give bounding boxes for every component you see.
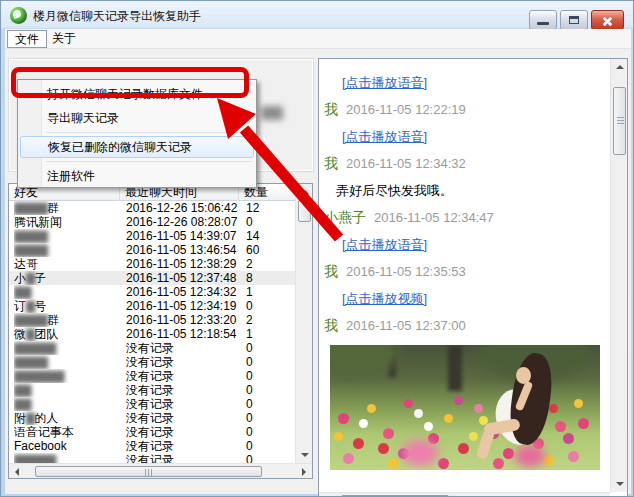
chat-row-media-link: [点击播放语音] — [319, 125, 610, 148]
scroll-right-icon[interactable] — [302, 468, 306, 476]
table-row[interactable]: ▇▇没有记录0 — [9, 383, 295, 397]
friend-name: ▇▇▇▇▇ — [14, 453, 120, 463]
chat-vscrollbar[interactable] — [610, 59, 627, 492]
chat-row-media-link: [点击播放语音] — [319, 233, 610, 256]
redacted-name-segment: ▇▇▇▇ — [14, 355, 47, 369]
chat-row-media-link: [点击播放语音] — [319, 71, 610, 94]
friend-name: 达哥 — [14, 257, 120, 271]
menu-item-recover-deleted[interactable]: 恢复已删除的微信聊天记录 — [20, 136, 254, 158]
last-chat-time: 没有记录 — [126, 397, 241, 411]
chat-vscroll-thumb[interactable] — [613, 87, 626, 155]
close-button[interactable] — [591, 10, 624, 30]
play-voice-link[interactable]: [点击播放语音] — [342, 237, 427, 252]
message-count: 12 — [246, 201, 291, 215]
last-chat-time: 2016-11-05 12:38:29 — [126, 257, 241, 271]
message-count: 0 — [246, 369, 291, 383]
table-row[interactable]: 订▇号2016-11-05 12:34:190 — [9, 299, 295, 313]
message-count: 0 — [246, 411, 291, 425]
name-segment: 团队 — [34, 327, 58, 341]
message-count: 2 — [246, 257, 291, 271]
last-chat-time: 2016-11-05 12:37:48 — [126, 271, 241, 285]
friend-table[interactable]: 好友 最近聊天时间 数量 ▇▇▇▇群2016-12-26 15:06:4212腾… — [8, 183, 313, 479]
redacted-name-segment: ▇▇▇▇ — [14, 229, 47, 243]
table-row[interactable]: ▇▇▇▇▇没有记录0 — [9, 453, 295, 463]
menu-bar: 文件 关于 — [5, 29, 631, 49]
menu-file[interactable]: 文件 — [7, 30, 47, 48]
friend-table-vscrollbar[interactable] — [295, 184, 312, 463]
name-segment: Facebook — [14, 439, 67, 453]
table-row[interactable]: ▇▇▇▇没有记录0 — [9, 355, 295, 369]
minimize-button[interactable] — [529, 10, 557, 30]
message-count: 0 — [246, 397, 291, 411]
table-row[interactable]: ▇▇没有记录0 — [9, 397, 295, 411]
table-row[interactable]: 腾讯新闻2016-12-26 08:28:070 — [9, 215, 295, 229]
app-window: 楼月微信聊天记录导出恢复助手 文件 关于 好友 最近聊天时间 数量 ▇▇▇▇群2… — [0, 0, 634, 497]
last-chat-time: 2016-11-05 12:34:19 — [126, 299, 241, 313]
name-segment: 订 — [14, 299, 26, 313]
table-row[interactable]: 语音记事本没有记录0 — [9, 425, 295, 439]
redacted-name-segment: ▇ — [26, 411, 34, 425]
title-bar[interactable]: 楼月微信聊天记录导出恢复助手 — [1, 1, 633, 29]
chat-photo-girl-in-flower-field[interactable] — [330, 345, 600, 470]
friend-name: 腾讯新闻 — [14, 215, 120, 229]
play-voice-link[interactable]: [点击播放语音] — [342, 75, 427, 90]
chat-hscrollbar[interactable] — [319, 492, 610, 497]
last-chat-time: 没有记录 — [126, 439, 241, 453]
table-row[interactable]: 小▇子2016-11-05 12:37:488 — [9, 271, 295, 285]
last-chat-time: 2016-11-05 12:34:32 — [126, 285, 241, 299]
window-title: 楼月微信聊天记录导出恢复助手 — [33, 8, 201, 25]
friend-table-vscroll-thumb[interactable] — [298, 200, 311, 222]
girl-figure — [480, 345, 590, 470]
red-highlight-box — [11, 67, 249, 98]
menu-separator — [46, 161, 252, 162]
last-chat-time: 没有记录 — [126, 453, 241, 463]
scroll-up-icon[interactable] — [616, 65, 624, 69]
play-video-link[interactable]: [点击播放视频] — [342, 291, 427, 306]
redacted-name-segment: ▇▇▇▇▇ — [14, 341, 55, 355]
name-segment: 群 — [47, 313, 59, 327]
table-row[interactable]: ▇▇▇▇2016-11-05 13:46:5460 — [9, 243, 295, 257]
table-row[interactable]: 附▇的人没有记录0 — [9, 411, 295, 425]
menu-item-export-chat[interactable]: 导出聊天记录 — [20, 107, 254, 129]
menu-about[interactable]: 关于 — [45, 30, 83, 48]
friend-name: ▇▇▇▇▇▇ — [14, 369, 120, 383]
scroll-left-icon[interactable] — [15, 468, 19, 476]
table-row[interactable]: ▇▇▇▇2016-11-05 14:39:0714 — [9, 229, 295, 243]
redacted-name-segment: ▇ — [26, 299, 34, 313]
friend-name: ▇▇▇▇ — [14, 229, 120, 243]
message-count: 0 — [246, 383, 291, 397]
friend-name: ▇▇▇▇群 — [14, 313, 120, 327]
last-chat-time: 2016-12-26 15:06:42 — [126, 201, 241, 215]
friend-name: ▇▇▇▇ — [14, 243, 120, 257]
table-row[interactable]: ▇▇▇▇群2016-11-05 12:33:202 — [9, 313, 295, 327]
message-count: 0 — [246, 355, 291, 369]
friend-table-hscrollbar[interactable] — [9, 463, 312, 478]
table-row[interactable]: 达哥2016-11-05 12:38:292 — [9, 257, 295, 271]
friend-table-hscroll-thumb[interactable] — [35, 466, 262, 477]
scroll-down-icon[interactable] — [301, 453, 309, 457]
table-row[interactable]: ▇▇▇▇群2016-12-26 15:06:4212 — [9, 201, 295, 215]
table-row[interactable]: Facebook没有记录0 — [9, 439, 295, 453]
maximize-button[interactable] — [560, 10, 588, 30]
name-segment: 小 — [14, 271, 26, 285]
chat-panel[interactable]: [点击播放语音]我2016-11-05 12:22:19[点击播放语音]我201… — [318, 58, 628, 497]
name-segment: 的人 — [34, 411, 58, 425]
scroll-down-icon[interactable] — [616, 482, 624, 486]
table-row[interactable]: ▇▇▇▇▇▇没有记录0 — [9, 369, 295, 383]
last-chat-time: 没有记录 — [126, 355, 241, 369]
name-segment: 语音记事本 — [14, 425, 74, 439]
table-row[interactable]: ▇▇2016-11-05 12:34:321 — [9, 285, 295, 299]
menu-separator — [46, 132, 252, 133]
message-count: 0 — [246, 453, 291, 463]
friend-name: ▇▇ — [14, 383, 120, 397]
play-voice-link[interactable]: [点击播放语音] — [342, 129, 427, 144]
friend-name: 小▇子 — [14, 271, 120, 285]
redacted-name-segment: ▇▇▇▇▇ — [14, 453, 55, 463]
menu-item-register[interactable]: 注册软件 — [20, 165, 254, 187]
redacted-name-segment: ▇▇▇▇ — [14, 201, 47, 215]
table-row[interactable]: 微▇团队2016-11-05 12:18:541 — [9, 327, 295, 341]
scroll-up-icon[interactable] — [301, 190, 309, 194]
message-timestamp: 2016-11-05 12:34:47 — [374, 210, 494, 225]
table-row[interactable]: ▇▇▇▇▇没有记录0 — [9, 341, 295, 355]
client-area: 文件 关于 好友 最近聊天时间 数量 ▇▇▇▇群2016-12-26 15:06… — [5, 29, 631, 494]
